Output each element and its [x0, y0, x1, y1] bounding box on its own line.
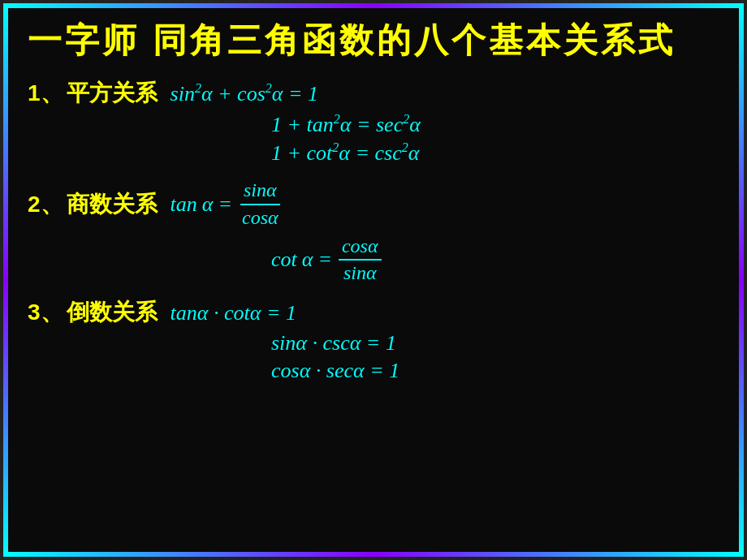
section1-row: 1、 平方关系 sin2α + cos2α = 1: [28, 78, 719, 109]
section1-eq3-row: 1 + cot2α = csc2α: [271, 140, 719, 166]
section2-frac2-num: cosα: [339, 234, 382, 261]
section1-eq1: sin2α + cos2α = 1: [171, 81, 318, 106]
page-title: 一字师 同角三角函数的八个基本关系式: [28, 18, 719, 63]
section1-name: 平方关系: [67, 78, 158, 109]
content-area: 一字师 同角三角函数的八个基本关系式 1、 平方关系 sin2α + cos2α…: [3, 3, 744, 403]
section3-row: 3、 倒数关系 tanα · cotα = 1: [28, 297, 719, 328]
section3-eq1: tanα · cotα = 1: [171, 301, 296, 325]
section2-row: 2、 商数关系 tanα = sinα cosα: [28, 178, 719, 230]
section3-number: 3、: [28, 297, 63, 328]
section2-frac2: cosα sinα: [339, 234, 382, 286]
section1-eq2-row: 1 + tan2α = sec2α: [271, 112, 719, 137]
section2-eq1: tanα = sinα cosα: [171, 178, 283, 230]
section1-number: 1、: [28, 78, 63, 109]
section1-eq3: 1 + cot2α = csc2α: [271, 140, 419, 166]
section3-eq2: sinα · cscα = 1: [271, 331, 396, 355]
slide: 一字师 同角三角函数的八个基本关系式 1、 平方关系 sin2α + cos2α…: [0, 0, 747, 560]
section1-eq2: 1 + tan2α = sec2α: [271, 112, 421, 137]
section2-eq2-row: cotα = cosα sinα: [271, 234, 719, 286]
section2-frac1-den: cosα: [239, 205, 282, 230]
section2-name: 商数关系: [67, 189, 158, 220]
section2-frac1: sinα cosα: [239, 178, 282, 230]
section3-eq3: cosα · secα = 1: [271, 359, 399, 383]
section2-number: 2、: [28, 189, 63, 220]
section3-eq3-row: cosα · secα = 1: [271, 359, 719, 383]
section2-frac2-den: sinα: [340, 261, 380, 286]
section3-name: 倒数关系: [67, 297, 158, 328]
section2-eq2: cotα = cosα sinα: [271, 234, 383, 286]
section3-eq2-row: sinα · cscα = 1: [271, 331, 719, 355]
section2-frac1-num: sinα: [240, 178, 280, 205]
